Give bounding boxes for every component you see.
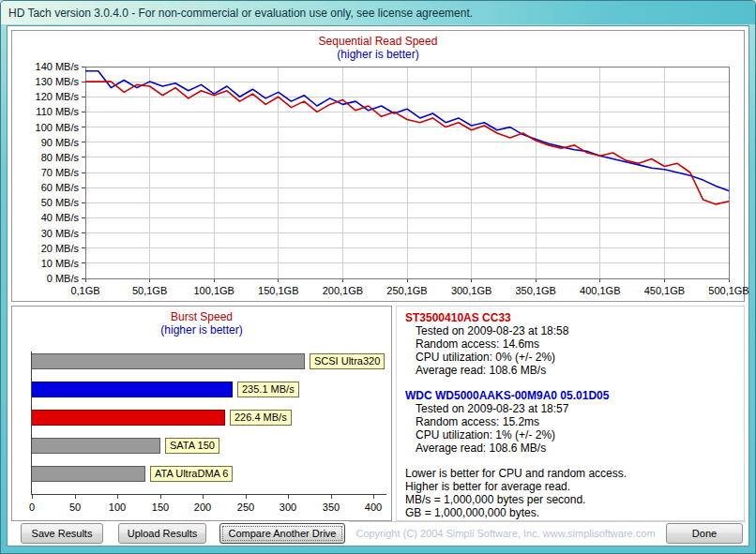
- burst-axis-tick: [288, 495, 289, 499]
- burst-axis-label: 200: [189, 502, 217, 513]
- info-spacer: [405, 455, 740, 467]
- x-axis-label: 450,1GB: [644, 285, 685, 296]
- drive-detail: Average read: 108.6 MB/s: [405, 364, 740, 377]
- info-spacer: [405, 377, 740, 389]
- x-axis-label: 200,1GB: [323, 285, 363, 296]
- y-axis-label: 70 MB/s: [41, 167, 80, 178]
- burst-axis-tick: [373, 495, 374, 499]
- burst-bar: [32, 353, 305, 369]
- y-axis-label: 130 MB/s: [36, 76, 80, 87]
- sequential-read-chart: 140 MB/s130 MB/s120 MB/s110 MB/s100 MB/s…: [12, 31, 744, 301]
- x-axis-label: 500,1GB: [708, 285, 748, 296]
- burst-axis-tick: [246, 495, 247, 499]
- drive-detail: Random access: 15.2ms: [405, 415, 740, 428]
- upload-results-button[interactable]: Upload Results: [118, 523, 206, 544]
- x-axis-label: 150,1GB: [258, 285, 298, 296]
- burst-axis-tick: [32, 495, 33, 499]
- drive-detail: Random access: 14.6ms: [405, 337, 740, 351]
- burst-bar-label: 226.4 MB/s: [230, 410, 292, 426]
- titlebar[interactable]: HD Tach version 3.0.4.0 - For non-commer…: [1, 1, 755, 24]
- burst-bar: [32, 438, 160, 454]
- y-axis-label: 40 MB/s: [41, 212, 80, 223]
- info-note: Higher is better for average read.: [405, 480, 740, 493]
- burst-axis-label: 0: [18, 502, 46, 513]
- burst-chart-title: Burst Speed: [12, 310, 391, 323]
- y-axis-label: 80 MB/s: [41, 152, 80, 163]
- burst-bar: [32, 382, 233, 397]
- bottom-separator: [349, 521, 746, 522]
- y-axis-label: 50 MB/s: [41, 197, 80, 208]
- info-note: Lower is better for CPU and random acces…: [405, 467, 740, 480]
- y-axis-label: 90 MB/s: [41, 137, 80, 148]
- burst-chart-subtitle: (higher is better): [12, 323, 391, 337]
- x-axis-label: 400,1GB: [580, 285, 620, 296]
- burst-bar-label: SCSI Ultra320: [310, 353, 385, 369]
- drive-name: ST3500410AS CC33: [405, 311, 740, 324]
- x-axis-label: 350,1GB: [515, 285, 555, 296]
- burst-axis-label: 150: [146, 502, 174, 513]
- copyright-text: Copyright (C) 2004 Simpli Software, Inc.…: [353, 523, 658, 544]
- y-axis-label: 110 MB/s: [36, 106, 79, 117]
- x-axis-label: 0,1GB: [70, 285, 99, 296]
- burst-axis-tick: [203, 495, 204, 499]
- sequential-read-chart-panel: Sequential Read Speed (higher is better)…: [11, 30, 745, 302]
- sequential-chart-title: Sequential Read Speed: [12, 35, 744, 48]
- x-axis-label: 250,1GB: [386, 285, 427, 296]
- y-axis-label: 60 MB/s: [41, 182, 80, 193]
- hdtach-window: HD Tach version 3.0.4.0 - For non-commer…: [0, 0, 756, 554]
- drive-info-text: ST3500410AS CC33Tested on 2009-08-23 at …: [405, 311, 740, 519]
- sequential-chart-subtitle: (higher is better): [12, 48, 744, 61]
- burst-bar-label: 235.1 MB/s: [237, 382, 299, 397]
- drive-detail: Average read: 108.6 MB/s: [405, 442, 740, 455]
- drive-name: WDC WD5000AAKS-00M9A0 05.01D05: [405, 389, 740, 402]
- drive-info-panel: ST3500410AS CC33Tested on 2009-08-23 at …: [396, 306, 745, 521]
- drive-detail: CPU utilization: 1% (+/- 2%): [405, 428, 740, 442]
- y-axis-label: 100 MB/s: [36, 122, 80, 133]
- y-axis-label: 0 MB/s: [47, 273, 80, 284]
- y-axis-label: 140 MB/s: [36, 61, 80, 72]
- sequential-chart-titles: Sequential Read Speed (higher is better): [12, 35, 744, 61]
- compare-another-drive-button[interactable]: Compare Another Drive: [219, 523, 345, 544]
- burst-axis-label: 350: [317, 502, 345, 513]
- burst-speed-chart: SCSI Ultra320235.1 MB/s226.4 MB/sSATA 15…: [31, 352, 386, 495]
- y-axis-label: 20 MB/s: [41, 243, 80, 254]
- burst-bar: [32, 466, 145, 482]
- burst-axis-label: 250: [232, 502, 260, 513]
- burst-axis-tick: [117, 495, 118, 499]
- info-note: MB/s = 1,000,000 bytes per second.: [405, 493, 740, 506]
- content-area: Sequential Read Speed (higher is better)…: [7, 25, 749, 547]
- info-note: GB = 1,000,000,000 bytes.: [405, 506, 740, 519]
- window-title: HD Tach version 3.0.4.0 - For non-commer…: [8, 7, 473, 20]
- burst-axis-label: 300: [274, 502, 302, 513]
- burst-axis-label: 50: [61, 502, 89, 513]
- x-axis-label: 50,1GB: [132, 285, 167, 296]
- y-axis-label: 30 MB/s: [41, 228, 80, 239]
- x-axis-label: 100,1GB: [193, 285, 234, 296]
- y-axis-label: 10 MB/s: [41, 258, 80, 269]
- burst-speed-chart-panel: Burst Speed (higher is better) SCSI Ultr…: [11, 306, 392, 521]
- save-results-button[interactable]: Save Results: [21, 523, 103, 544]
- drive-detail: Tested on 2009-08-23 at 18:58: [405, 324, 740, 337]
- drive-detail: Tested on 2009-08-23 at 18:57: [405, 402, 740, 415]
- x-axis-label: 300,1GB: [451, 285, 491, 296]
- burst-chart-titles: Burst Speed (higher is better): [12, 310, 391, 337]
- drive-detail: CPU utilization: 0% (+/- 2%): [405, 351, 740, 364]
- burst-bar: [32, 410, 225, 426]
- burst-axis-label: 400: [359, 502, 387, 513]
- y-axis-label: 120 MB/s: [36, 91, 80, 102]
- burst-bar-label: SATA 150: [165, 438, 219, 454]
- burst-bar-label: ATA UltraDMA 6: [150, 466, 233, 482]
- done-button[interactable]: Done: [666, 523, 743, 544]
- burst-axis-tick: [331, 495, 332, 499]
- burst-axis-tick: [75, 495, 76, 499]
- burst-axis-tick: [160, 495, 161, 499]
- burst-axis-label: 100: [103, 502, 131, 513]
